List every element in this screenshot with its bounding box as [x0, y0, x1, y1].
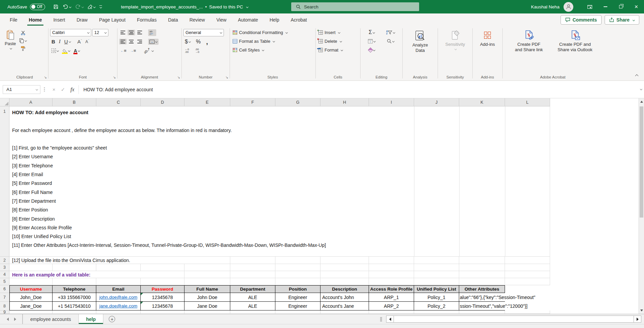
ribbon-tab-home[interactable]: Home [23, 14, 48, 26]
cell-k8[interactable]: ssion-Timeout","value":"12000"}] [459, 302, 505, 310]
cell-i8[interactable]: ARP_2 [369, 302, 414, 310]
table-header-department[interactable]: Department [230, 285, 275, 293]
cell-h7[interactable]: Account's John [320, 293, 369, 302]
horizontal-scroll-thumb[interactable] [394, 316, 634, 322]
font-dialog-launcher[interactable]: ↘ [113, 76, 116, 79]
increase-indent-button[interactable]: →≡ [129, 47, 138, 54]
cell-k2[interactable] [459, 257, 505, 264]
ribbon-tab-insert[interactable]: Insert [47, 14, 71, 26]
cell-e7[interactable]: John Doe [184, 293, 230, 302]
table-header-password[interactable]: Password [141, 285, 184, 293]
cell-e5[interactable] [184, 278, 230, 285]
paste-button[interactable]: Paste [3, 28, 18, 74]
cell-a7[interactable]: John_Doe [9, 293, 53, 302]
cut-button[interactable] [18, 29, 28, 36]
create-pdf-share-link-button[interactable]: Create PDF and Share link [507, 28, 550, 74]
fill-button[interactable]: ↓ [362, 38, 381, 44]
expand-formula-bar-icon[interactable] [640, 88, 642, 90]
cell-l3[interactable] [505, 264, 550, 271]
cell-k5[interactable] [459, 278, 505, 285]
find-select-button[interactable] [381, 38, 400, 44]
table-header-other-attributes[interactable]: Other Attributes [459, 285, 505, 293]
cell-e8[interactable]: Jane Doe [184, 302, 230, 310]
middle-align-button[interactable] [128, 30, 135, 35]
cell-i3[interactable] [369, 264, 414, 271]
clear-button[interactable] [362, 47, 381, 53]
number-dialog-launcher[interactable]: ↘ [226, 76, 228, 79]
create-pdf-outlook-button[interactable]: Create PDF and Share via Outlook [552, 28, 598, 74]
delete-cells-button[interactable]: × Delete [317, 37, 359, 45]
ribbon-tab-review[interactable]: Review [184, 14, 211, 26]
conditional-formatting-button[interactable]: Conditional Formatting [232, 28, 314, 37]
minimize-button[interactable] [598, 0, 613, 13]
ribbon-tab-help[interactable]: Help [264, 14, 285, 26]
cell-a5[interactable] [9, 278, 53, 285]
cell-k7[interactable]: alue":"66"},{"key":"Session-Timeout" [459, 293, 505, 302]
cell-c3[interactable] [96, 264, 141, 271]
column-header-I[interactable]: I [369, 98, 414, 106]
ribbon-tab-page-layout[interactable]: Page Layout [93, 14, 131, 26]
cell-f4[interactable] [230, 271, 275, 278]
align-right-button[interactable] [136, 39, 143, 44]
column-header-F[interactable]: F [230, 98, 275, 106]
ribbon-tab-view[interactable]: View [211, 14, 232, 26]
scroll-left-button[interactable] [386, 316, 394, 322]
cell-f7[interactable]: ALE [230, 293, 275, 302]
autosave-toggle[interactable]: AutoSave Off [7, 4, 45, 10]
font-name-combo[interactable]: Calibri [50, 29, 91, 36]
table-header-full-name[interactable]: Full Name [184, 285, 230, 293]
column-header-D[interactable]: D [141, 98, 184, 106]
ribbon-display-options-button[interactable] [582, 0, 598, 13]
merge-center-button[interactable]: ↔ [148, 39, 159, 45]
column-header-C[interactable]: C [96, 98, 141, 106]
row-header-4[interactable]: 4 [0, 271, 9, 278]
cell-a1[interactable]: HOW TO: Add employee account For each em… [9, 106, 550, 257]
table-header-description[interactable]: Description [320, 285, 369, 293]
cell-g8[interactable]: Engineer [275, 302, 320, 310]
scroll-down-button[interactable] [639, 307, 644, 314]
copy-button[interactable] [18, 37, 28, 44]
italic-button[interactable]: I [58, 38, 62, 45]
cancel-button[interactable]: × [53, 87, 56, 92]
column-header-H[interactable]: H [320, 98, 369, 106]
row-header-9[interactable]: 9 [0, 310, 9, 314]
cell-g3[interactable] [275, 264, 320, 271]
cell-styles-button[interactable]: Cell Styles [232, 45, 314, 54]
cell-i2[interactable] [369, 257, 414, 264]
restore-button[interactable] [613, 0, 629, 13]
tab-scroll-grip[interactable] [380, 317, 382, 322]
cell-d8[interactable]: 12345678 [141, 302, 184, 310]
cell-j7[interactable]: Policy_1 [414, 293, 459, 302]
row-header-8[interactable]: 8 [0, 302, 9, 310]
row-header-7[interactable]: 7 [0, 293, 9, 302]
cell-b3[interactable] [53, 264, 96, 271]
cell-j5[interactable] [414, 278, 459, 285]
row-header-2[interactable]: 2 [0, 257, 9, 264]
touch-draw-button[interactable] [86, 3, 97, 10]
cell-c9[interactable] [96, 310, 141, 314]
cell-f9[interactable] [230, 310, 275, 314]
column-header-K[interactable]: K [459, 98, 505, 106]
increase-font-button[interactable]: Aˆ [76, 38, 83, 45]
cell-h3[interactable] [320, 264, 369, 271]
column-header-E[interactable]: E [184, 98, 230, 106]
align-left-button[interactable] [119, 39, 127, 44]
cell-k4[interactable] [459, 271, 505, 278]
row-header-3[interactable]: 3 [0, 264, 9, 271]
select-all-corner[interactable] [0, 98, 9, 106]
cell-i9[interactable] [369, 310, 414, 314]
comments-button[interactable]: Comments [561, 15, 602, 25]
cell-l9[interactable] [505, 310, 550, 314]
cell-b5[interactable] [53, 278, 96, 285]
table-header-telephone[interactable]: Telephone [53, 285, 96, 293]
close-button[interactable]: × [629, 0, 644, 13]
cell-e2[interactable] [184, 257, 230, 264]
row-header-6[interactable]: 6 [0, 285, 9, 293]
cell-c8[interactable]: jane.doe@ale.com [96, 302, 141, 310]
top-align-button[interactable] [119, 30, 127, 35]
fill-color-button[interactable] [61, 48, 71, 54]
cell-g5[interactable] [275, 278, 320, 285]
clipboard-dialog-launcher[interactable]: ↘ [44, 76, 47, 79]
cell-i5[interactable] [369, 278, 414, 285]
vertical-scrollbar[interactable] [639, 98, 644, 314]
